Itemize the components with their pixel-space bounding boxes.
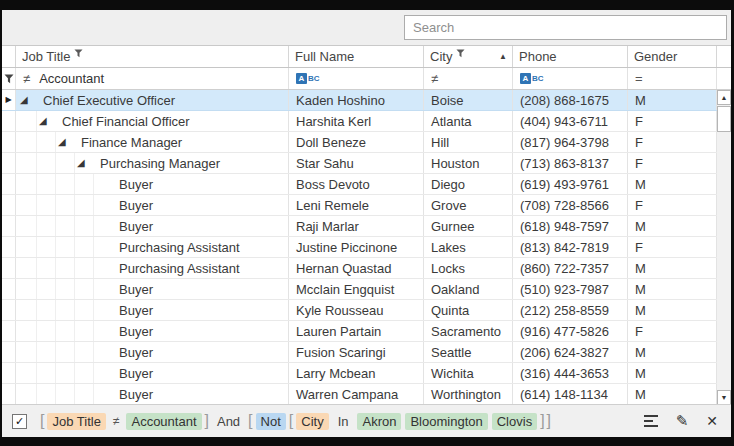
- table-row[interactable]: Buyer Boss Devoto Diego (619) 493-9761 M: [2, 174, 717, 195]
- filter-cell-job-title[interactable]: ≠ Accountant: [16, 68, 289, 89]
- cell-phone[interactable]: (813) 842-7819: [513, 237, 628, 257]
- cell-city[interactable]: Worthington: [424, 384, 513, 404]
- equal-operator-icon[interactable]: =: [635, 71, 643, 86]
- column-header-gender[interactable]: Gender: [628, 46, 717, 67]
- cell-job-title[interactable]: Buyer: [16, 216, 289, 236]
- cell-job-title[interactable]: ◢ Chief Executive Officer: [16, 90, 289, 110]
- cell-full-name[interactable]: Raji Marlar: [289, 216, 424, 236]
- table-row[interactable]: Buyer Leni Remele Grove (708) 728-8566 F: [2, 195, 717, 216]
- expand-node-icon[interactable]: ◢: [20, 95, 28, 105]
- not-equal-operator-icon[interactable]: ≠: [431, 71, 438, 86]
- cell-phone[interactable]: (618) 948-7597: [513, 216, 628, 236]
- cell-full-name[interactable]: Mcclain Engquist: [289, 279, 424, 299]
- filter-token-keyword[interactable]: And: [217, 414, 240, 429]
- table-row[interactable]: ◢ Chief Financial Officer Harshita Kerl …: [2, 111, 717, 132]
- cell-gender[interactable]: M: [628, 363, 717, 383]
- cell-phone[interactable]: (206) 624-3827: [513, 342, 628, 362]
- table-row[interactable]: Buyer Warren Campana Worthington (614) 1…: [2, 384, 717, 404]
- cell-gender[interactable]: F: [628, 132, 717, 152]
- cell-full-name[interactable]: Kaden Hoshino: [289, 90, 424, 110]
- table-row[interactable]: ▶ ◢ Chief Executive Officer Kaden Hoshin…: [2, 90, 717, 111]
- cell-job-title[interactable]: Buyer: [16, 195, 289, 215]
- expand-node-icon[interactable]: ◢: [77, 158, 85, 168]
- cell-job-title[interactable]: Buyer: [16, 300, 289, 320]
- vertical-scrollbar[interactable]: ▲ ▼: [717, 90, 731, 404]
- filter-icon[interactable]: [74, 49, 83, 58]
- cell-gender[interactable]: F: [628, 195, 717, 215]
- expand-node-icon[interactable]: ◢: [39, 116, 47, 126]
- cell-gender[interactable]: M: [628, 90, 717, 110]
- cell-full-name[interactable]: Leni Remele: [289, 195, 424, 215]
- cell-gender[interactable]: M: [628, 174, 717, 194]
- filter-token-value[interactable]: Akron: [357, 413, 401, 430]
- abc-criteria-icon[interactable]: A BC: [520, 73, 544, 84]
- filter-cell-phone[interactable]: A BC: [513, 68, 628, 89]
- filter-menu-icon[interactable]: [644, 415, 658, 427]
- cell-city[interactable]: Houston: [424, 153, 513, 173]
- cell-job-title[interactable]: ◢ Chief Financial Officer: [16, 111, 289, 131]
- table-row[interactable]: Buyer Kyle Rousseau Quinta (212) 258-855…: [2, 300, 717, 321]
- cell-job-title[interactable]: Buyer: [16, 174, 289, 194]
- cell-phone[interactable]: (713) 863-8137: [513, 153, 628, 173]
- cell-city[interactable]: Quinta: [424, 300, 513, 320]
- close-filter-icon[interactable]: ✕: [706, 413, 718, 429]
- cell-city[interactable]: Hill: [424, 132, 513, 152]
- filter-cell-gender[interactable]: =: [628, 68, 717, 89]
- cell-full-name[interactable]: Boss Devoto: [289, 174, 424, 194]
- cell-city[interactable]: Seattle: [424, 342, 513, 362]
- cell-city[interactable]: Oakland: [424, 279, 513, 299]
- cell-city[interactable]: Boise: [424, 90, 513, 110]
- cell-full-name[interactable]: Doll Beneze: [289, 132, 424, 152]
- cell-full-name[interactable]: Warren Campana: [289, 384, 424, 404]
- cell-job-title[interactable]: ◢ Purchasing Manager: [16, 153, 289, 173]
- cell-city[interactable]: Diego: [424, 174, 513, 194]
- cell-phone[interactable]: (208) 868-1675: [513, 90, 628, 110]
- filter-token-field[interactable]: Job Title: [47, 413, 105, 430]
- cell-city[interactable]: Gurnee: [424, 216, 513, 236]
- cell-full-name[interactable]: Lauren Partain: [289, 321, 424, 341]
- filter-token-value[interactable]: Bloomington: [405, 413, 487, 430]
- cell-full-name[interactable]: Harshita Kerl: [289, 111, 424, 131]
- filter-token-not[interactable]: Not: [256, 413, 286, 430]
- table-row[interactable]: Purchasing Assistant Hernan Quastad Lock…: [2, 258, 717, 279]
- table-row[interactable]: ◢ Finance Manager Doll Beneze Hill (817)…: [2, 132, 717, 153]
- search-input[interactable]: [404, 15, 727, 40]
- cell-job-title[interactable]: Buyer: [16, 279, 289, 299]
- cell-job-title[interactable]: Buyer: [16, 363, 289, 383]
- cell-gender[interactable]: F: [628, 153, 717, 173]
- cell-full-name[interactable]: Star Sahu: [289, 153, 424, 173]
- cell-job-title[interactable]: Buyer: [16, 321, 289, 341]
- filter-token-value[interactable]: Accountant: [126, 413, 201, 430]
- cell-gender[interactable]: M: [628, 216, 717, 236]
- cell-job-title[interactable]: Purchasing Assistant: [16, 258, 289, 278]
- table-row[interactable]: Buyer Fusion Scaringi Seattle (206) 624-…: [2, 342, 717, 363]
- cell-full-name[interactable]: Fusion Scaringi: [289, 342, 424, 362]
- cell-city[interactable]: Grove: [424, 195, 513, 215]
- table-row[interactable]: ◢ Purchasing Manager Star Sahu Houston (…: [2, 153, 717, 174]
- cell-gender[interactable]: M: [628, 258, 717, 278]
- cell-phone[interactable]: (212) 258-8559: [513, 300, 628, 320]
- cell-city[interactable]: Lakes: [424, 237, 513, 257]
- cell-gender[interactable]: F: [628, 237, 717, 257]
- cell-city[interactable]: Sacramento: [424, 321, 513, 341]
- table-row[interactable]: Buyer Lauren Partain Sacramento (916) 47…: [2, 321, 717, 342]
- cell-full-name[interactable]: Kyle Rousseau: [289, 300, 424, 320]
- cell-full-name[interactable]: Justine Piccinone: [289, 237, 424, 257]
- filter-cell-full-name[interactable]: A BC: [289, 68, 424, 89]
- column-header-job-title[interactable]: Job Title: [16, 46, 289, 67]
- column-header-full-name[interactable]: Full Name: [289, 46, 424, 67]
- column-header-city[interactable]: City ▲: [424, 46, 513, 67]
- cell-phone[interactable]: (404) 943-6711: [513, 111, 628, 131]
- filter-cell-city[interactable]: ≠: [424, 68, 513, 89]
- cell-phone[interactable]: (708) 728-8566: [513, 195, 628, 215]
- cell-gender[interactable]: M: [628, 300, 717, 320]
- cell-phone[interactable]: (510) 923-7987: [513, 279, 628, 299]
- filter-enabled-checkbox[interactable]: ✓: [12, 414, 27, 429]
- filter-token-keyword[interactable]: In: [338, 414, 349, 429]
- expand-node-icon[interactable]: ◢: [58, 137, 66, 147]
- cell-job-title[interactable]: Buyer: [16, 342, 289, 362]
- table-row[interactable]: Buyer Mcclain Engquist Oakland (510) 923…: [2, 279, 717, 300]
- filter-value[interactable]: Accountant: [39, 71, 104, 86]
- cell-city[interactable]: Locks: [424, 258, 513, 278]
- not-equal-operator-icon[interactable]: ≠: [23, 71, 30, 86]
